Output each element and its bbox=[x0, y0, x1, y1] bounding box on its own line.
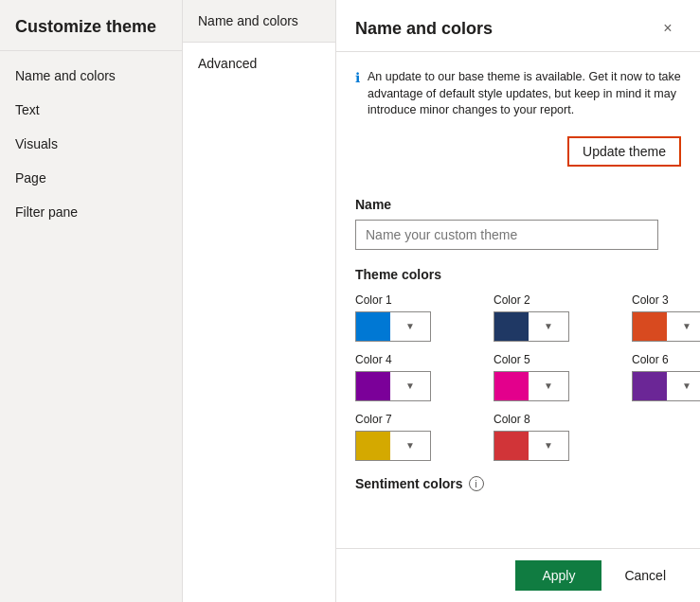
color-item-4: Color 4 ▼ bbox=[355, 353, 478, 401]
chevron-down-icon-8: ▼ bbox=[529, 440, 568, 451]
color-label-3: Color 3 bbox=[632, 293, 700, 307]
color-item-5: Color 5 ▼ bbox=[494, 353, 617, 401]
color-swatch-6 bbox=[633, 372, 667, 400]
sidebar-nav: Name and colors Text Visuals Page Filter… bbox=[0, 51, 182, 237]
info-text: An update to our base theme is available… bbox=[368, 69, 681, 119]
sentiment-section: Sentiment colors i bbox=[355, 476, 681, 491]
color-item-2: Color 2 ▼ bbox=[494, 293, 617, 342]
update-theme-wrapper: Update theme bbox=[355, 136, 681, 182]
colors-grid: Color 1 ▼ Color 2 ▼ Color 3 ▼ bbox=[355, 293, 681, 461]
color-swatch-2 bbox=[494, 312, 529, 341]
footer-buttons: Apply Cancel bbox=[336, 548, 700, 602]
color-swatch-4 bbox=[356, 372, 390, 400]
color-dropdown-7[interactable]: ▼ bbox=[355, 431, 431, 461]
info-banner: ℹ An update to our base theme is availab… bbox=[355, 67, 681, 121]
color-swatch-5 bbox=[494, 372, 529, 400]
chevron-down-icon-7: ▼ bbox=[390, 440, 430, 451]
color-swatch-1 bbox=[356, 312, 390, 341]
middle-item-advanced[interactable]: Advanced bbox=[183, 43, 335, 84]
info-icon: ℹ bbox=[355, 70, 360, 85]
sidebar-item-page[interactable]: Page bbox=[0, 161, 182, 195]
middle-item-name-colors[interactable]: Name and colors bbox=[183, 0, 335, 43]
color-swatch-8 bbox=[494, 432, 529, 460]
close-button[interactable]: × bbox=[655, 15, 681, 42]
chevron-down-icon-3: ▼ bbox=[667, 321, 700, 331]
main-header: Name and colors × bbox=[336, 0, 700, 52]
update-theme-button[interactable]: Update theme bbox=[567, 136, 681, 167]
color-label-6: Color 6 bbox=[632, 353, 700, 366]
sentiment-title: Sentiment colors bbox=[355, 476, 463, 491]
chevron-down-icon-6: ▼ bbox=[667, 381, 700, 391]
color-label-8: Color 8 bbox=[494, 413, 617, 426]
color-label-2: Color 2 bbox=[494, 293, 617, 307]
apply-button[interactable]: Apply bbox=[515, 560, 601, 591]
name-label: Name bbox=[355, 197, 681, 212]
sentiment-info-icon[interactable]: i bbox=[469, 476, 484, 491]
color-dropdown-3[interactable]: ▼ bbox=[632, 311, 700, 342]
color-label-7: Color 7 bbox=[355, 413, 478, 426]
color-dropdown-8[interactable]: ▼ bbox=[494, 431, 569, 461]
color-item-3: Color 3 ▼ bbox=[632, 293, 700, 342]
color-swatch-7 bbox=[356, 432, 390, 460]
chevron-down-icon-2: ▼ bbox=[529, 321, 568, 331]
main-title: Name and colors bbox=[355, 19, 493, 39]
color-item-7: Color 7 ▼ bbox=[355, 413, 478, 461]
color-label-5: Color 5 bbox=[494, 353, 617, 366]
color-dropdown-6[interactable]: ▼ bbox=[632, 371, 700, 401]
color-item-1: Color 1 ▼ bbox=[355, 293, 478, 342]
theme-colors-title: Theme colors bbox=[355, 267, 681, 282]
sidebar-left: Customize theme Name and colors Text Vis… bbox=[0, 0, 183, 602]
color-label-1: Color 1 bbox=[355, 293, 478, 307]
color-item-6: Color 6 ▼ bbox=[632, 353, 700, 401]
cancel-button[interactable]: Cancel bbox=[609, 560, 681, 591]
color-dropdown-2[interactable]: ▼ bbox=[494, 311, 569, 342]
sidebar-title: Customize theme bbox=[0, 0, 182, 51]
sidebar-item-text[interactable]: Text bbox=[0, 93, 182, 127]
chevron-down-icon-1: ▼ bbox=[390, 321, 430, 331]
color-swatch-3 bbox=[633, 312, 667, 341]
color-label-4: Color 4 bbox=[355, 353, 478, 366]
sidebar-item-filter-pane[interactable]: Filter pane bbox=[0, 195, 182, 229]
theme-name-input[interactable] bbox=[355, 220, 658, 250]
main-body: ℹ An update to our base theme is availab… bbox=[336, 52, 700, 548]
color-item-8: Color 8 ▼ bbox=[494, 413, 617, 461]
panel-middle: Name and colors Advanced bbox=[183, 0, 336, 602]
chevron-down-icon-4: ▼ bbox=[390, 381, 430, 391]
chevron-down-icon-5: ▼ bbox=[529, 381, 568, 391]
sidebar-item-visuals[interactable]: Visuals bbox=[0, 127, 182, 161]
sidebar-item-name-colors[interactable]: Name and colors bbox=[0, 59, 182, 93]
color-dropdown-1[interactable]: ▼ bbox=[355, 311, 431, 342]
color-dropdown-5[interactable]: ▼ bbox=[494, 371, 569, 401]
color-dropdown-4[interactable]: ▼ bbox=[355, 371, 431, 401]
main-content: Name and colors × ℹ An update to our bas… bbox=[336, 0, 700, 602]
